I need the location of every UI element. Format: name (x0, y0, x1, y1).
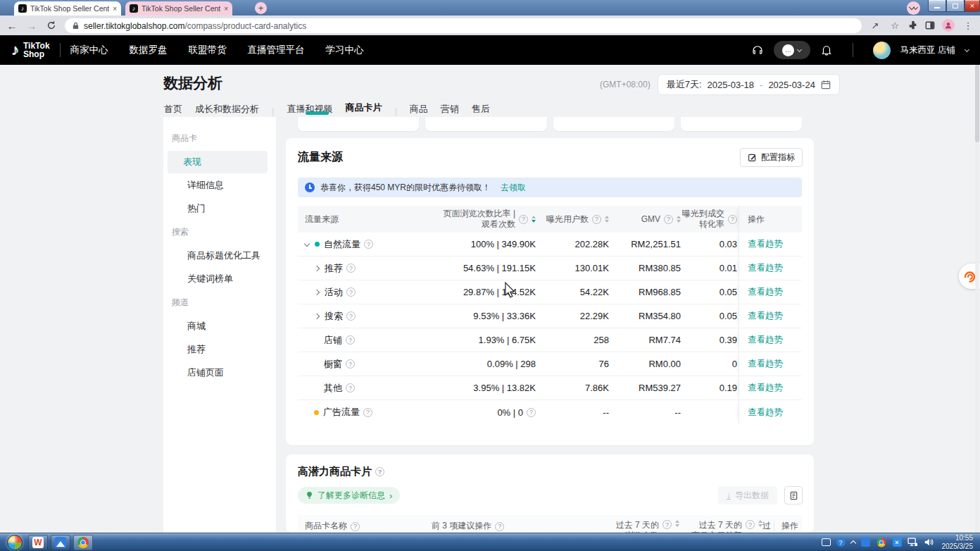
nav-item-affiliate[interactable]: 联盟带货 (189, 44, 227, 56)
sidebar-item-details[interactable]: 详细信息 (168, 174, 268, 197)
new-tab-button[interactable]: + (255, 2, 267, 14)
col-exposed-users[interactable]: 曝光用户数 ? (536, 206, 609, 233)
page-scrollbar-thumb[interactable] (975, 65, 979, 142)
tray-help-icon[interactable]: ? (836, 538, 846, 547)
collapse-icon[interactable] (304, 240, 310, 246)
col-pageview-ratio[interactable]: 页面浏览次数比率 | 观看次数 ? (425, 206, 536, 233)
headset-icon[interactable] (751, 44, 764, 56)
tab-search-chevron-icon[interactable] (907, 1, 920, 15)
browser-menu-icon[interactable]: ⋮ (962, 20, 974, 31)
message-pill-button[interactable]: … (774, 41, 810, 59)
url-bar[interactable]: seller.tiktokglobalshop.com/compass/prod… (65, 18, 862, 33)
forward-icon[interactable]: → (25, 20, 38, 32)
view-trend-link[interactable]: 查看趋势 (748, 262, 783, 274)
view-trend-link[interactable]: 查看趋势 (748, 382, 783, 394)
view-trend-link[interactable]: 查看趋势 (748, 286, 783, 298)
help-icon[interactable]: ? (364, 240, 373, 249)
bell-icon[interactable] (820, 44, 833, 56)
col-conversion-rate[interactable]: 曝光到成交转化率 ? (681, 206, 739, 233)
export-data-button[interactable]: ↓ 导出数据 (718, 486, 777, 504)
browser-tab-1[interactable]: ♪ TikTok Shop Seller Center | Cr × (14, 1, 121, 16)
help-icon[interactable]: ? (363, 408, 372, 417)
nav-item-learning-center[interactable]: 学习中心 (326, 44, 364, 56)
col-gmv[interactable]: GMV ? (609, 206, 681, 233)
extensions-puzzle-icon[interactable] (908, 20, 918, 30)
expand-icon[interactable] (314, 289, 320, 295)
help-icon[interactable]: ? (664, 215, 673, 224)
bookmark-star-icon[interactable]: ☆ (888, 20, 901, 31)
taskbar-clock[interactable]: 10:55 2025/3/25 (942, 534, 974, 551)
nav-item-data-compass[interactable]: 数据罗盘 (130, 44, 168, 56)
browser-tab-2[interactable]: ♪ TikTok Shop Seller Center | Cr × (125, 1, 232, 16)
col-product-card-name: 商品卡名称? (298, 520, 432, 532)
share-icon[interactable]: ↗ (869, 20, 881, 31)
nav-item-seller-home[interactable]: 商家中心 (70, 44, 108, 56)
tab-close-icon[interactable]: × (224, 5, 228, 13)
side-panel-icon[interactable] (925, 20, 935, 30)
help-icon[interactable]: ? (728, 215, 737, 224)
help-icon[interactable]: ? (527, 408, 536, 417)
tab-close-icon[interactable]: × (113, 5, 117, 13)
store-name-label[interactable]: 马来西亚 店铺 (900, 44, 955, 56)
sidebar-item-recommend[interactable]: 推荐 (168, 338, 268, 361)
help-icon[interactable]: ? (346, 383, 355, 392)
expand-icon[interactable] (314, 265, 320, 271)
help-icon[interactable]: ? (351, 522, 360, 531)
help-icon[interactable]: ? (375, 467, 384, 476)
col-views-7d[interactable]: 过去 7 天的浏览人数? (601, 520, 679, 533)
help-icon[interactable]: ? (495, 522, 504, 531)
nav-item-live-manager[interactable]: 直播管理平台 (248, 44, 305, 56)
help-icon[interactable]: ? (519, 215, 528, 224)
configure-metrics-button[interactable]: 配置指标 (740, 148, 803, 167)
sidebar-group-product-card: 商品卡 (163, 127, 272, 150)
window-minimize-button[interactable] (928, 0, 946, 12)
help-icon[interactable]: ? (346, 287, 356, 297)
sidebar-item-performance[interactable]: 表现 (168, 151, 268, 173)
help-icon[interactable]: ? (346, 311, 356, 321)
tiktok-shop-logo[interactable]: ♪ TikTokShop (11, 41, 50, 59)
date-range-picker[interactable]: 最近7天: 2025-03-18 - 2025-03-24 (658, 74, 840, 95)
sidebar-item-trending[interactable]: 热门 (168, 197, 268, 220)
tray-chrome-icon[interactable] (877, 538, 886, 547)
wps-icon: W (32, 537, 44, 548)
sidebar-item-shop-page[interactable]: 店铺页面 (168, 361, 268, 384)
tray-window-icon[interactable] (822, 538, 831, 546)
taskbar-chrome-button[interactable] (73, 535, 93, 550)
help-icon[interactable]: ? (346, 264, 356, 273)
tray-swoosh-app-icon[interactable]: × (893, 538, 902, 547)
view-trend-link[interactable]: 查看趋势 (748, 310, 783, 322)
view-trend-link[interactable]: 查看趋势 (748, 334, 783, 346)
reload-icon[interactable] (45, 20, 58, 30)
sidebar-item-title-optimizer[interactable]: 商品标题优化工具 (168, 244, 268, 267)
page-scrollbar[interactable] (975, 65, 979, 533)
taskbar-mountain-app-button[interactable] (51, 535, 70, 550)
tray-blue-app-icon[interactable] (861, 538, 870, 547)
expand-icon[interactable] (314, 313, 320, 318)
view-trend-link[interactable]: 查看趋势 (748, 407, 783, 419)
tray-volume-icon[interactable] (924, 538, 934, 547)
view-trend-link[interactable]: 查看趋势 (748, 238, 783, 250)
claim-coupon-link[interactable]: 去领取 (501, 182, 526, 194)
view-trend-link[interactable]: 查看趋势 (748, 358, 783, 370)
help-icon[interactable]: ? (346, 335, 355, 345)
tray-show-hidden-icon[interactable] (850, 540, 855, 546)
store-avatar[interactable] (873, 42, 891, 59)
help-icon[interactable]: ? (346, 359, 355, 369)
high-potential-title: 高潜力商品卡片 (298, 465, 372, 478)
logo-line2: Shop (23, 49, 44, 59)
window-close-button[interactable]: × (965, 0, 980, 12)
back-icon[interactable]: ← (6, 20, 18, 32)
sidebar-item-mall[interactable]: 商城 (168, 315, 268, 338)
diagnosis-info-link[interactable]: 了解更多诊断信息 › (298, 487, 400, 504)
browser-profile-avatar[interactable] (942, 19, 955, 32)
help-icon[interactable]: ? (662, 520, 672, 529)
window-maximize-button[interactable] (946, 0, 965, 12)
start-button[interactable] (7, 535, 23, 550)
tray-network-icon[interactable] (907, 538, 918, 547)
col-gmv-7d[interactable]: 过去 7 天的商品交易总额? (679, 520, 762, 533)
taskbar-wps-button[interactable]: W (28, 535, 48, 550)
report-icon-button[interactable] (784, 486, 803, 504)
help-icon[interactable]: ? (592, 215, 601, 224)
sidebar-item-keyword-ranking[interactable]: 关键词榜单 (168, 268, 268, 290)
help-icon[interactable]: ? (746, 520, 755, 529)
